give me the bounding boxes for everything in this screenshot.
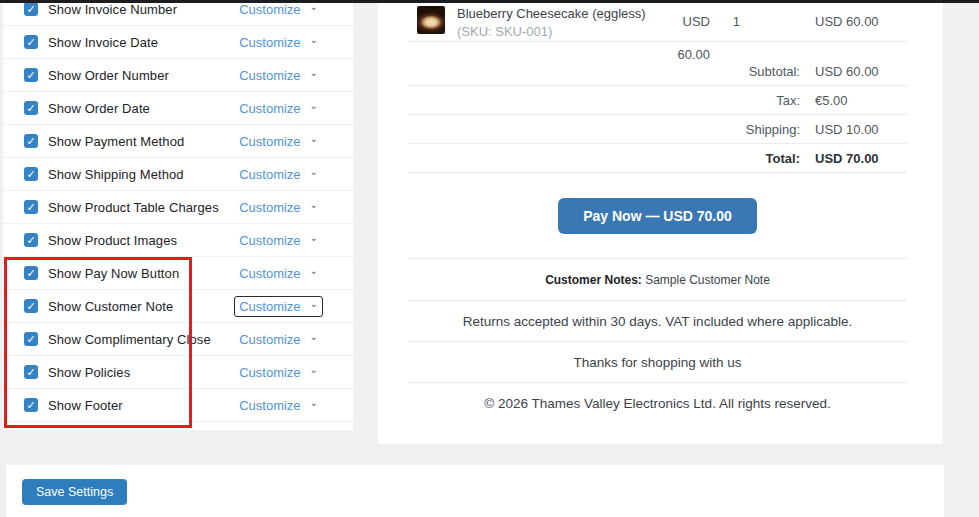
product-name-cell: Blueberry Cheesecake (eggless) (SKU: SKU…	[457, 5, 669, 41]
customize-dropdown[interactable]: Customize ⌄	[234, 263, 323, 284]
chevron-down-icon: ⌄	[310, 36, 318, 44]
setting-row-show-shipping-method: ✓ Show Shipping Method Customize ⌄	[3, 158, 353, 191]
tax-label: Tax:	[776, 93, 800, 108]
totals-block: Subtotal: USD 60.00 Tax: €5.00 Shipping:…	[408, 57, 907, 173]
setting-label: Show Order Date	[48, 101, 150, 116]
invoice-preview-panel: Blueberry Cheesecake (eggless) (SKU: SKU…	[378, 3, 943, 444]
policies-section: Returns accepted within 30 days. VAT inc…	[408, 300, 907, 341]
total-row: Total: USD 70.00	[408, 144, 907, 173]
setting-label: Show Footer	[48, 398, 123, 413]
setting-row-show-customer-note: ✓ Show Customer Note Customize ⌄	[3, 290, 353, 323]
shipping-label: Shipping:	[746, 122, 800, 137]
save-settings-bar: Save Settings	[6, 465, 944, 517]
setting-label: Show Product Table Charges	[48, 200, 219, 215]
customize-link[interactable]: Customize	[239, 398, 300, 413]
show-complimentary-close-checkbox[interactable]: ✓	[24, 332, 38, 346]
tax-row: Tax: €5.00	[408, 86, 907, 115]
chevron-down-icon: ⌄	[310, 300, 318, 308]
invoice-footer-section: © 2026 Thames Valley Electronics Ltd. Al…	[408, 382, 907, 431]
setting-label: Show Shipping Method	[48, 167, 184, 182]
customize-dropdown[interactable]: Customize ⌄	[234, 65, 323, 86]
customize-dropdown[interactable]: Customize ⌄	[234, 395, 323, 416]
show-invoice-date-checkbox[interactable]: ✓	[24, 35, 38, 49]
product-line-total: USD 60.00	[815, 5, 907, 38]
setting-row-show-invoice-number: ✓ Show Invoice Number Customize ⌄	[3, 3, 353, 26]
customize-link[interactable]: Customize	[239, 35, 300, 50]
customize-link[interactable]: Customize	[239, 68, 300, 83]
customer-notes-value: Sample Customer Note	[642, 273, 770, 287]
customize-link[interactable]: Customize	[239, 233, 300, 248]
customize-dropdown[interactable]: Customize ⌄	[234, 329, 323, 350]
setting-label: Show Policies	[48, 365, 130, 380]
customize-dropdown[interactable]: Customize ⌄	[234, 164, 323, 185]
subtotal-row: Subtotal: USD 60.00	[408, 57, 907, 86]
setting-row-show-payment-method: ✓ Show Payment Method Customize ⌄	[3, 125, 353, 158]
customer-notes-label: Customer Notes:	[545, 273, 642, 287]
show-order-number-checkbox[interactable]: ✓	[24, 68, 38, 82]
product-name: Blueberry Cheesecake (eggless)	[457, 6, 646, 21]
product-quantity: 1	[710, 5, 740, 38]
subtotal-label: Subtotal:	[749, 64, 800, 79]
customize-dropdown[interactable]: Customize ⌄	[234, 230, 323, 251]
tax-value: €5.00	[815, 93, 907, 108]
save-settings-button[interactable]: Save Settings	[22, 479, 127, 505]
setting-row-show-order-date: ✓ Show Order Date Customize ⌄	[3, 92, 353, 125]
product-sku: (SKU: SKU-001)	[457, 24, 552, 39]
chevron-down-icon: ⌄	[310, 102, 318, 110]
show-order-date-checkbox[interactable]: ✓	[24, 101, 38, 115]
setting-label: Show Invoice Date	[48, 35, 158, 50]
subtotal-value: USD 60.00	[815, 64, 907, 79]
show-footer-checkbox[interactable]: ✓	[24, 398, 38, 412]
setting-row-show-order-number: ✓ Show Order Number Customize ⌄	[3, 59, 353, 92]
show-product-table-charges-checkbox[interactable]: ✓	[24, 200, 38, 214]
customize-dropdown[interactable]: Customize ⌄	[234, 3, 323, 20]
policies-text: Returns accepted within 30 days. VAT inc…	[463, 314, 852, 329]
customize-link[interactable]: Customize	[239, 134, 300, 149]
setting-label: Show Product Images	[48, 233, 177, 248]
customize-dropdown[interactable]: Customize ⌄	[234, 362, 323, 383]
customer-notes-section: Customer Notes: Sample Customer Note	[408, 258, 907, 300]
customize-link[interactable]: Customize	[239, 200, 300, 215]
product-table-row: Blueberry Cheesecake (eggless) (SKU: SKU…	[408, 3, 907, 42]
customize-link[interactable]: Customize	[239, 3, 300, 17]
chevron-down-icon: ⌄	[310, 3, 318, 11]
show-invoice-number-checkbox[interactable]: ✓	[24, 3, 38, 16]
setting-row-show-policies: ✓ Show Policies Customize ⌄	[3, 356, 353, 389]
total-value: USD 70.00	[815, 151, 907, 166]
customize-dropdown[interactable]: Customize ⌄	[234, 98, 323, 119]
show-policies-checkbox[interactable]: ✓	[24, 365, 38, 379]
customize-dropdown-focused[interactable]: Customize ⌄	[234, 296, 323, 317]
setting-label: Show Payment Method	[48, 134, 184, 149]
pay-now-button[interactable]: Pay Now — USD 70.00	[558, 198, 757, 234]
chevron-down-icon: ⌄	[310, 69, 318, 77]
shipping-value: USD 10.00	[815, 122, 907, 137]
show-shipping-method-checkbox[interactable]: ✓	[24, 167, 38, 181]
setting-label: Show Invoice Number	[48, 3, 177, 17]
customize-link[interactable]: Customize	[239, 101, 300, 116]
setting-label: Show Customer Note	[48, 299, 173, 314]
setting-row-show-product-table-charges: ✓ Show Product Table Charges Customize ⌄	[3, 191, 353, 224]
customize-link[interactable]: Customize	[239, 266, 300, 281]
setting-label: Show Complimentary Close	[48, 332, 211, 347]
show-payment-method-checkbox[interactable]: ✓	[24, 134, 38, 148]
show-pay-now-button-checkbox[interactable]: ✓	[24, 266, 38, 280]
chevron-down-icon: ⌄	[310, 234, 318, 242]
total-label: Total:	[766, 151, 800, 166]
show-product-images-checkbox[interactable]: ✓	[24, 233, 38, 247]
customize-link[interactable]: Customize	[239, 365, 300, 380]
chevron-down-icon: ⌄	[310, 399, 318, 407]
customize-link[interactable]: Customize	[239, 167, 300, 182]
customize-dropdown[interactable]: Customize ⌄	[234, 197, 323, 218]
customize-link[interactable]: Customize	[239, 332, 300, 347]
show-customer-note-checkbox[interactable]: ✓	[24, 299, 38, 313]
setting-label: Show Order Number	[48, 68, 169, 83]
chevron-down-icon: ⌄	[310, 267, 318, 275]
customize-dropdown[interactable]: Customize ⌄	[234, 131, 323, 152]
customize-dropdown[interactable]: Customize ⌄	[234, 32, 323, 53]
settings-rows-container: ✓ Show Invoice Number Customize ⌄ ✓ Show…	[3, 3, 353, 422]
customize-link[interactable]: Customize	[239, 299, 300, 314]
setting-row-show-pay-now-button: ✓ Show Pay Now Button Customize ⌄	[3, 257, 353, 290]
setting-label: Show Pay Now Button	[48, 266, 179, 281]
chevron-down-icon: ⌄	[310, 366, 318, 374]
complimentary-close-section: Thanks for shopping with us	[408, 341, 907, 382]
